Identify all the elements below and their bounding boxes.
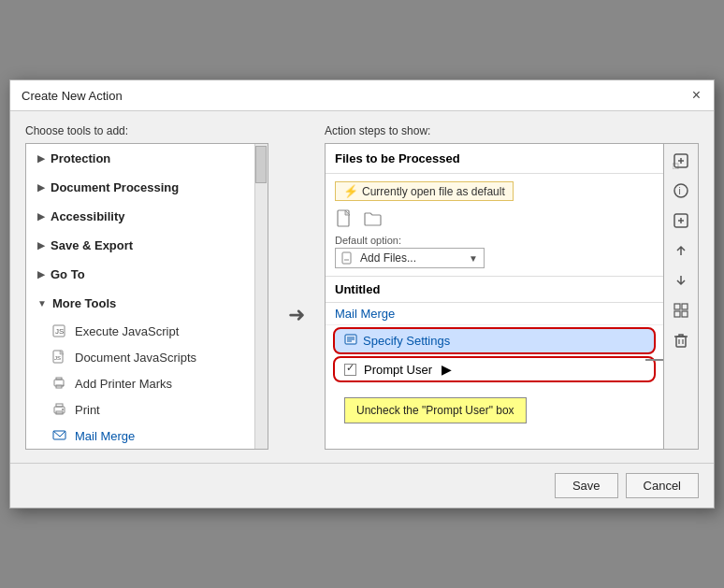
uncheck-tooltip: Uncheck the "Prompt User" box <box>344 397 527 423</box>
section-protection-label: Protection <box>51 151 110 165</box>
section-accessibility[interactable]: ▶ Accessibility <box>26 202 254 231</box>
section-save-export-label: Save & Export <box>51 238 133 252</box>
svg-rect-9 <box>56 404 63 407</box>
prompt-user-checkbox[interactable] <box>344 364 356 376</box>
svg-rect-26 <box>682 304 688 309</box>
specify-settings-row[interactable]: Specify Settings Click "Specify Settings… <box>333 327 656 354</box>
prompt-user-row[interactable]: Prompt User ▶ <box>333 356 656 382</box>
list-item-mail-merge[interactable]: Mail Merge <box>26 423 254 449</box>
default-option-label: Default option: <box>335 235 654 246</box>
svg-rect-25 <box>674 304 680 309</box>
svg-rect-29 <box>676 337 686 347</box>
uncheck-tooltip-container: Uncheck the "Prompt User" box <box>326 384 663 435</box>
save-button[interactable]: Save <box>555 473 618 498</box>
printer-marks-label: Add Printer Marks <box>75 377 172 391</box>
toolbar-grid-button[interactable] <box>668 297 694 323</box>
toolbar-info-button[interactable]: i <box>668 178 694 204</box>
printer-marks-icon <box>52 376 67 391</box>
arrow-go-to: ▶ <box>37 269 45 280</box>
section-accessibility-label: Accessibility <box>51 209 125 223</box>
svg-text:JS: JS <box>54 355 61 361</box>
specify-settings-label: Specify Settings <box>363 334 450 348</box>
doc-js-icon: JS <box>52 350 67 365</box>
folder-icon[interactable] <box>363 208 384 229</box>
dialog-footer: Save Cancel <box>10 463 714 508</box>
untitled-section-title: Untitled <box>326 277 663 303</box>
section-save-export[interactable]: ▶ Save & Export <box>26 231 254 260</box>
mail-merge-row[interactable]: Mail Merge <box>326 303 663 325</box>
svg-rect-28 <box>682 311 688 317</box>
svg-point-7 <box>63 385 65 387</box>
left-panel-label: Choose tools to add: <box>25 124 268 137</box>
badge-icon: ⚡ <box>343 184 358 198</box>
file-icons-row <box>335 208 654 229</box>
new-file-icon[interactable] <box>335 208 355 229</box>
prompt-user-label: Prompt User <box>364 363 432 377</box>
action-steps-panel: Files to be Processed ⚡ Currently open f… <box>325 143 664 450</box>
toolbar-add-button[interactable] <box>668 208 694 234</box>
toolbar-delete-button[interactable] <box>668 327 694 353</box>
mail-merge-left-label: Mail Merge <box>75 429 135 443</box>
svg-rect-5 <box>56 378 62 380</box>
left-panel: Choose tools to add: ▶ Protection ▶ Docu… <box>25 124 268 450</box>
tools-list: ▶ Protection ▶ Document Processing ▶ Acc… <box>26 144 254 449</box>
arrow-more-tools: ▼ <box>37 298 47 308</box>
section-more-tools[interactable]: ▼ More Tools <box>26 289 254 318</box>
scrollbar-thumb[interactable] <box>255 146 267 183</box>
arrow-accessibility: ▶ <box>37 211 45 222</box>
list-item-add-printer-marks[interactable]: Add Printer Marks <box>26 370 254 396</box>
title-bar: Create New Action × <box>10 80 714 111</box>
scrollbar[interactable] <box>254 144 268 449</box>
section-document-processing[interactable]: ▶ Document Processing <box>26 173 254 202</box>
arrow-document-processing: ▶ <box>37 182 45 193</box>
section-document-processing-label: Document Processing <box>51 180 179 194</box>
toolbar-add-from-list-button[interactable] <box>668 148 694 174</box>
dialog-body: Choose tools to add: ▶ Protection ▶ Docu… <box>10 111 714 463</box>
doc-js-label: Document JavaScripts <box>75 351 196 365</box>
add-files-doc-icon <box>341 251 355 265</box>
create-new-action-dialog: Create New Action × Choose tools to add:… <box>9 79 715 509</box>
right-panel-label: Action steps to show: <box>325 124 699 137</box>
svg-rect-14 <box>342 252 351 264</box>
toolbar-move-up-button[interactable] <box>668 237 694 264</box>
section-protection[interactable]: ▶ Protection <box>26 144 254 173</box>
print-label: Print <box>75 403 100 417</box>
currently-open-badge: ⚡ Currently open file as default <box>335 181 514 201</box>
section-more-tools-label: More Tools <box>52 296 116 310</box>
print-icon <box>52 402 67 417</box>
mail-merge-right-label: Mail Merge <box>335 307 395 321</box>
right-panel: Action steps to show: Files to be Proces… <box>325 124 699 450</box>
close-button[interactable]: × <box>690 88 702 103</box>
add-files-dropdown[interactable]: Add Files... ▼ <box>335 248 485 268</box>
list-item-document-javascripts[interactable]: JS Document JavaScripts <box>26 344 254 370</box>
cancel-button[interactable]: Cancel <box>626 473 699 498</box>
files-to-be-processed-title: Files to be Processed <box>326 144 663 174</box>
js-icon: JS <box>52 323 67 338</box>
execute-js-label: Execute JavaScript <box>75 324 179 338</box>
list-item-print[interactable]: Print <box>26 396 254 423</box>
arrow-save-export: ▶ <box>37 240 45 251</box>
list-item-execute-javascript[interactable]: JS Execute JavaScript <box>26 318 254 344</box>
add-files-label: Add Files... <box>360 251 416 265</box>
cursor-icon: ▶ <box>442 362 452 377</box>
files-section: ⚡ Currently open file as default Default <box>326 174 663 277</box>
toolbar-move-down-button[interactable] <box>668 267 694 294</box>
right-content-wrapper: Files to be Processed ⚡ Currently open f… <box>325 143 699 450</box>
svg-rect-27 <box>674 311 680 317</box>
mail-merge-icon-left <box>52 428 67 443</box>
add-step-arrow[interactable]: ➜ <box>280 124 313 450</box>
arrow-protection: ▶ <box>37 153 45 164</box>
tools-list-container: ▶ Protection ▶ Document Processing ▶ Acc… <box>25 143 268 450</box>
specify-settings-list-icon <box>344 333 357 349</box>
svg-text:i: i <box>679 186 681 196</box>
section-go-to[interactable]: ▶ Go To <box>26 260 254 289</box>
add-files-chevron-down-icon: ▼ <box>469 253 478 264</box>
svg-point-11 <box>62 409 64 410</box>
badge-label: Currently open file as default <box>362 185 505 198</box>
section-go-to-label: Go To <box>51 267 85 281</box>
right-toolbar: i <box>664 143 699 450</box>
svg-point-22 <box>674 184 688 197</box>
callout-line <box>645 359 664 361</box>
dialog-title: Create New Action <box>22 89 123 103</box>
svg-text:JS: JS <box>55 327 64 336</box>
